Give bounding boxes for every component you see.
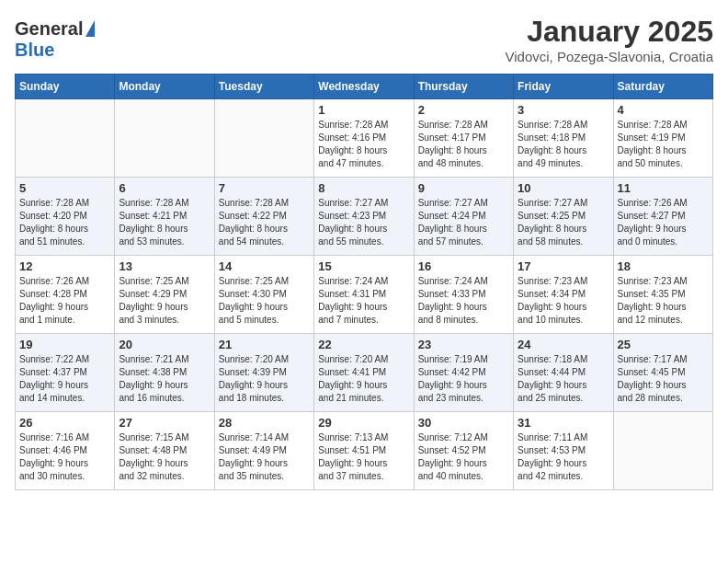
day-info: Sunrise: 7:20 AM Sunset: 4:41 PM Dayligh… <box>318 353 409 405</box>
calendar-day-cell: 30Sunrise: 7:12 AM Sunset: 4:52 PM Dayli… <box>414 412 513 490</box>
day-number: 5 <box>19 181 110 195</box>
day-info: Sunrise: 7:17 AM Sunset: 4:45 PM Dayligh… <box>618 353 709 405</box>
day-of-week-header: Monday <box>115 75 214 99</box>
calendar-day-cell: 25Sunrise: 7:17 AM Sunset: 4:45 PM Dayli… <box>613 334 712 412</box>
day-number: 10 <box>518 181 609 195</box>
location-subtitle: Vidovci, Pozega-Slavonia, Croatia <box>505 49 713 64</box>
day-number: 18 <box>618 259 709 273</box>
calendar-day-cell: 23Sunrise: 7:19 AM Sunset: 4:42 PM Dayli… <box>414 334 513 412</box>
calendar-day-cell: 20Sunrise: 7:21 AM Sunset: 4:38 PM Dayli… <box>115 334 214 412</box>
calendar-day-cell <box>214 99 313 178</box>
calendar-day-cell: 18Sunrise: 7:23 AM Sunset: 4:35 PM Dayli… <box>613 256 712 334</box>
calendar-day-cell: 27Sunrise: 7:15 AM Sunset: 4:48 PM Dayli… <box>115 412 214 490</box>
day-info: Sunrise: 7:16 AM Sunset: 4:46 PM Dayligh… <box>19 431 110 483</box>
calendar-day-cell: 17Sunrise: 7:23 AM Sunset: 4:34 PM Dayli… <box>514 256 613 334</box>
day-info: Sunrise: 7:12 AM Sunset: 4:52 PM Dayligh… <box>418 431 509 483</box>
day-info: Sunrise: 7:22 AM Sunset: 4:37 PM Dayligh… <box>19 353 110 405</box>
day-info: Sunrise: 7:28 AM Sunset: 4:17 PM Dayligh… <box>418 119 509 170</box>
calendar-day-cell: 16Sunrise: 7:24 AM Sunset: 4:33 PM Dayli… <box>414 256 513 334</box>
day-number: 13 <box>119 259 210 273</box>
day-number: 8 <box>318 181 409 195</box>
calendar-week-row: 5Sunrise: 7:28 AM Sunset: 4:20 PM Daylig… <box>16 178 713 256</box>
day-number: 16 <box>418 259 509 273</box>
calendar-day-cell <box>613 412 712 490</box>
calendar-day-cell: 2Sunrise: 7:28 AM Sunset: 4:17 PM Daylig… <box>414 99 513 178</box>
day-number: 21 <box>219 338 310 351</box>
day-info: Sunrise: 7:27 AM Sunset: 4:23 PM Dayligh… <box>318 197 409 248</box>
day-info: Sunrise: 7:26 AM Sunset: 4:28 PM Dayligh… <box>19 275 110 327</box>
calendar-day-cell: 13Sunrise: 7:25 AM Sunset: 4:29 PM Dayli… <box>115 256 214 334</box>
day-number: 15 <box>318 259 409 273</box>
calendar-day-cell: 14Sunrise: 7:25 AM Sunset: 4:30 PM Dayli… <box>214 256 313 334</box>
day-number: 24 <box>518 338 609 351</box>
day-number: 22 <box>318 338 409 351</box>
day-number: 3 <box>518 103 609 117</box>
calendar: SundayMondayTuesdayWednesdayThursdayFrid… <box>15 74 713 490</box>
day-number: 2 <box>418 103 509 117</box>
day-of-week-header: Thursday <box>414 75 513 99</box>
day-info: Sunrise: 7:28 AM Sunset: 4:19 PM Dayligh… <box>618 119 709 170</box>
day-info: Sunrise: 7:26 AM Sunset: 4:27 PM Dayligh… <box>618 197 709 248</box>
day-info: Sunrise: 7:14 AM Sunset: 4:49 PM Dayligh… <box>219 431 310 483</box>
day-number: 9 <box>418 181 509 195</box>
calendar-day-cell: 26Sunrise: 7:16 AM Sunset: 4:46 PM Dayli… <box>16 412 115 490</box>
day-number: 23 <box>418 338 509 351</box>
calendar-day-cell: 24Sunrise: 7:18 AM Sunset: 4:44 PM Dayli… <box>514 334 613 412</box>
calendar-week-row: 1Sunrise: 7:28 AM Sunset: 4:16 PM Daylig… <box>16 99 713 178</box>
day-info: Sunrise: 7:25 AM Sunset: 4:29 PM Dayligh… <box>119 275 210 327</box>
calendar-week-row: 26Sunrise: 7:16 AM Sunset: 4:46 PM Dayli… <box>16 412 713 490</box>
day-info: Sunrise: 7:28 AM Sunset: 4:18 PM Dayligh… <box>518 119 609 170</box>
logo: General Blue <box>15 18 95 61</box>
calendar-day-cell: 31Sunrise: 7:11 AM Sunset: 4:53 PM Dayli… <box>514 412 613 490</box>
calendar-day-cell <box>115 99 214 178</box>
day-info: Sunrise: 7:28 AM Sunset: 4:21 PM Dayligh… <box>119 197 210 248</box>
calendar-day-cell <box>16 99 115 178</box>
day-number: 20 <box>119 338 210 351</box>
day-of-week-header: Saturday <box>613 75 712 99</box>
month-title: January 2025 <box>505 15 713 49</box>
day-number: 17 <box>518 259 609 273</box>
day-info: Sunrise: 7:27 AM Sunset: 4:25 PM Dayligh… <box>518 197 609 248</box>
calendar-day-cell: 19Sunrise: 7:22 AM Sunset: 4:37 PM Dayli… <box>16 334 115 412</box>
logo-triangle-icon <box>85 20 95 37</box>
logo-blue: Blue <box>15 40 54 60</box>
calendar-week-row: 12Sunrise: 7:26 AM Sunset: 4:28 PM Dayli… <box>16 256 713 334</box>
calendar-day-cell: 4Sunrise: 7:28 AM Sunset: 4:19 PM Daylig… <box>613 99 712 178</box>
day-number: 28 <box>219 416 310 430</box>
day-of-week-header: Friday <box>514 75 613 99</box>
day-number: 7 <box>219 181 310 195</box>
calendar-day-cell: 11Sunrise: 7:26 AM Sunset: 4:27 PM Dayli… <box>613 178 712 256</box>
day-number: 27 <box>119 416 210 430</box>
calendar-week-row: 19Sunrise: 7:22 AM Sunset: 4:37 PM Dayli… <box>16 334 713 412</box>
calendar-header-row: SundayMondayTuesdayWednesdayThursdayFrid… <box>16 75 713 99</box>
calendar-day-cell: 8Sunrise: 7:27 AM Sunset: 4:23 PM Daylig… <box>314 178 414 256</box>
day-number: 25 <box>618 338 709 351</box>
day-number: 1 <box>318 103 409 117</box>
calendar-day-cell: 3Sunrise: 7:28 AM Sunset: 4:18 PM Daylig… <box>514 99 613 178</box>
day-number: 4 <box>618 103 709 117</box>
day-info: Sunrise: 7:23 AM Sunset: 4:35 PM Dayligh… <box>618 275 709 327</box>
day-info: Sunrise: 7:27 AM Sunset: 4:24 PM Dayligh… <box>418 197 509 248</box>
day-number: 11 <box>618 181 709 195</box>
day-info: Sunrise: 7:20 AM Sunset: 4:39 PM Dayligh… <box>219 353 310 405</box>
calendar-day-cell: 10Sunrise: 7:27 AM Sunset: 4:25 PM Dayli… <box>514 178 613 256</box>
calendar-day-cell: 1Sunrise: 7:28 AM Sunset: 4:16 PM Daylig… <box>314 99 414 178</box>
day-info: Sunrise: 7:24 AM Sunset: 4:31 PM Dayligh… <box>318 275 409 327</box>
calendar-day-cell: 12Sunrise: 7:26 AM Sunset: 4:28 PM Dayli… <box>16 256 115 334</box>
calendar-day-cell: 6Sunrise: 7:28 AM Sunset: 4:21 PM Daylig… <box>115 178 214 256</box>
day-info: Sunrise: 7:18 AM Sunset: 4:44 PM Dayligh… <box>518 353 609 405</box>
calendar-day-cell: 7Sunrise: 7:28 AM Sunset: 4:22 PM Daylig… <box>214 178 313 256</box>
day-number: 12 <box>19 259 110 273</box>
calendar-day-cell: 29Sunrise: 7:13 AM Sunset: 4:51 PM Dayli… <box>314 412 414 490</box>
calendar-day-cell: 21Sunrise: 7:20 AM Sunset: 4:39 PM Dayli… <box>214 334 313 412</box>
calendar-day-cell: 9Sunrise: 7:27 AM Sunset: 4:24 PM Daylig… <box>414 178 513 256</box>
day-number: 31 <box>518 416 609 430</box>
day-number: 14 <box>219 259 310 273</box>
day-info: Sunrise: 7:24 AM Sunset: 4:33 PM Dayligh… <box>418 275 509 327</box>
calendar-day-cell: 22Sunrise: 7:20 AM Sunset: 4:41 PM Dayli… <box>314 334 414 412</box>
day-info: Sunrise: 7:28 AM Sunset: 4:20 PM Dayligh… <box>19 197 110 248</box>
day-info: Sunrise: 7:21 AM Sunset: 4:38 PM Dayligh… <box>119 353 210 405</box>
day-number: 26 <box>19 416 110 430</box>
calendar-day-cell: 28Sunrise: 7:14 AM Sunset: 4:49 PM Dayli… <box>214 412 313 490</box>
day-number: 30 <box>418 416 509 430</box>
